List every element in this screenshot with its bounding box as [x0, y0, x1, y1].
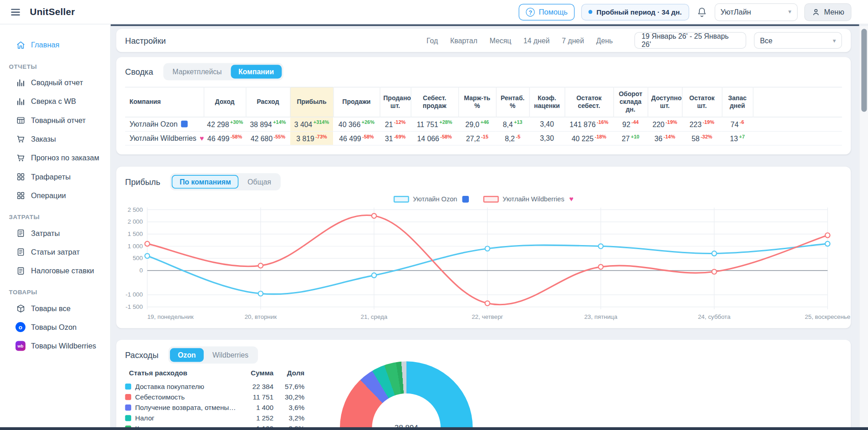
sidebar-item-wb-reconciliation[interactable]: Сверка с WB	[0, 92, 110, 111]
category-color-swatch	[125, 404, 131, 410]
sidebar-item-expense-categories[interactable]: Статьи затрат	[0, 242, 110, 261]
account-select-value: УютЛайн	[720, 8, 751, 16]
expense-category-label: Доставка покупателю	[135, 383, 240, 390]
legend-item[interactable]: Уютлайн Wildberries♥	[483, 195, 574, 203]
metric-cell: 3 404+314%	[290, 117, 334, 131]
sidebar-section-title: ОТЧЕТЫ	[0, 63, 110, 70]
expense-sum: 22 384	[240, 383, 273, 390]
delta-badge: +26%	[362, 120, 375, 125]
filler-cell	[753, 131, 842, 145]
sidebar-item-home[interactable]: Главная	[0, 36, 110, 54]
profit-tabs: По компаниямОбщая	[170, 173, 281, 190]
ozon-company-icon	[181, 121, 188, 128]
column-header: Доступно шт.	[647, 87, 682, 117]
legend-item[interactable]: Уютлайн Ozon	[394, 195, 469, 203]
column-header: Статья расходов	[129, 369, 234, 377]
grid-icon	[15, 172, 26, 182]
svg-text:1 000: 1 000	[128, 243, 143, 250]
sidebar-item-expenses[interactable]: Затраты	[0, 224, 110, 242]
svg-text:2 500: 2 500	[128, 206, 143, 213]
sidebar-section-title: ЗАТРАТЫ	[0, 214, 110, 220]
filter-select[interactable]: Все ▾	[754, 32, 842, 48]
tab-total[interactable]: Общая	[240, 175, 279, 189]
expenses-rows: Доставка покупателю22 38457,6%Себестоимо…	[125, 381, 305, 430]
sidebar-item-product-report[interactable]: Товарный отчет	[0, 111, 110, 129]
home-icon	[15, 40, 26, 50]
metric-cell: 8,2-5	[496, 131, 529, 145]
delta-badge: +14%	[273, 120, 286, 125]
vertical-scrollbar[interactable]	[859, 26, 868, 430]
table-row[interactable]: Уютлайн Wildberries♥46 499-58%42 680-55%…	[125, 131, 842, 145]
delta-badge: -12%	[394, 120, 406, 125]
scrollbar-thumb[interactable]	[861, 29, 867, 112]
delta-badge: +28%	[439, 120, 452, 125]
date-range-input[interactable]: 19 Январь 26' - 25 Январь 26'	[634, 32, 746, 48]
help-button[interactable]: ? Помощь	[519, 4, 575, 20]
sidebar-item-tax-rates[interactable]: Налоговые ставки	[0, 261, 110, 280]
top-header: UnitSeller ? Помощь Пробный период · 34 …	[0, 0, 868, 24]
menu-button[interactable]: Меню	[804, 3, 852, 21]
sidebar-item-stencils[interactable]: Трафареты	[0, 167, 110, 186]
delta-badge: +314%	[313, 120, 329, 125]
tab-by-companies[interactable]: По компаниям	[172, 175, 239, 189]
delta-badge: -32%	[701, 134, 713, 139]
period-button-7-days[interactable]: 7 дней	[557, 33, 589, 48]
svg-text:24, суббота: 24, суббота	[698, 313, 731, 320]
period-button-14-days[interactable]: 14 дней	[519, 33, 555, 48]
period-button-quarter[interactable]: Квартал	[445, 33, 483, 48]
delta-badge: -69%	[394, 134, 406, 139]
sidebar-item-label: Главная	[31, 41, 59, 49]
period-button-month[interactable]: Месяц	[484, 33, 516, 48]
metric-cell: 3,40	[529, 117, 565, 131]
app-window: UnitSeller ? Помощь Пробный период · 34 …	[0, 0, 868, 430]
expense-share: 57,6%	[273, 383, 304, 390]
expense-row: Себестоимость11 75130,2%	[125, 392, 305, 402]
sidebar-item-label: Сводный отчет	[31, 78, 83, 87]
sidebar-item-label: Товары все	[31, 304, 71, 312]
sidebar-item-orders[interactable]: Заказы	[0, 129, 110, 148]
period-button-day[interactable]: День	[591, 33, 618, 48]
sidebar-item-label: Товарный отчет	[31, 116, 86, 124]
delta-badge: +13	[514, 120, 523, 125]
tab-marketplaces[interactable]: Маркетплейсы	[165, 65, 230, 78]
account-select[interactable]: УютЛайн ▾	[714, 3, 797, 21]
sidebar-item-products-wildberries[interactable]: wbТовары Wildberries	[0, 337, 110, 355]
hamburger-menu-icon[interactable]	[9, 6, 22, 17]
metric-cell: 141 876-16%	[565, 117, 613, 131]
svg-text:2 000: 2 000	[128, 218, 143, 225]
column-header: Расход	[246, 87, 290, 117]
expense-share: 3,6%	[273, 404, 304, 411]
svg-text:1 500: 1 500	[128, 230, 143, 237]
filter-select-value: Все	[760, 36, 772, 45]
sidebar-item-operations[interactable]: Операции	[0, 186, 110, 205]
doc-icon	[15, 247, 26, 257]
sidebar-item-order-forecast[interactable]: Прогноз по заказам	[0, 148, 110, 167]
tab-wildberries[interactable]: Wildberries	[205, 348, 256, 362]
sidebar-nav: ГлавнаяОТЧЕТЫСводный отчетСверка с WBТов…	[0, 36, 110, 355]
expenses-table-head: Статья расходов Сумма Доля	[125, 369, 305, 381]
sidebar-item-products-ozon[interactable]: oТовары Ozon	[0, 317, 110, 336]
table-row[interactable]: Уютлайн Ozon42 298+30%38 894+14%3 404+31…	[125, 117, 842, 131]
company-cell: Уютлайн Wildberries♥	[125, 131, 204, 145]
column-header: Себест. продаж	[411, 87, 458, 117]
company-cell: Уютлайн Ozon	[125, 117, 204, 131]
ozon-logo-icon: o	[15, 322, 26, 332]
sidebar-item-label: Сверка с WB	[31, 97, 76, 105]
metric-cell: 40 366+26%	[333, 117, 380, 131]
bell-icon[interactable]	[696, 6, 708, 18]
column-header: Доход	[204, 87, 246, 117]
expense-sum: 1 400	[240, 404, 273, 411]
expense-share: 3,2%	[273, 414, 304, 422]
tab-companies[interactable]: Компании	[231, 65, 282, 78]
metric-cell: 223-19%	[682, 117, 722, 131]
sidebar-item-summary-report[interactable]: Сводный отчет	[0, 73, 110, 92]
header-divider	[111, 24, 859, 26]
column-header: Прибыль	[290, 87, 334, 117]
delta-badge: -55%	[274, 134, 286, 139]
period-button-year[interactable]: Год	[421, 33, 443, 48]
cart-icon	[15, 153, 26, 163]
tab-ozon[interactable]: Ozon	[170, 348, 204, 362]
column-header: Марж-ть %	[458, 87, 496, 117]
expenses-tabs: OzonWildberries	[169, 347, 258, 364]
sidebar-item-products-all[interactable]: Товары все	[0, 299, 110, 317]
